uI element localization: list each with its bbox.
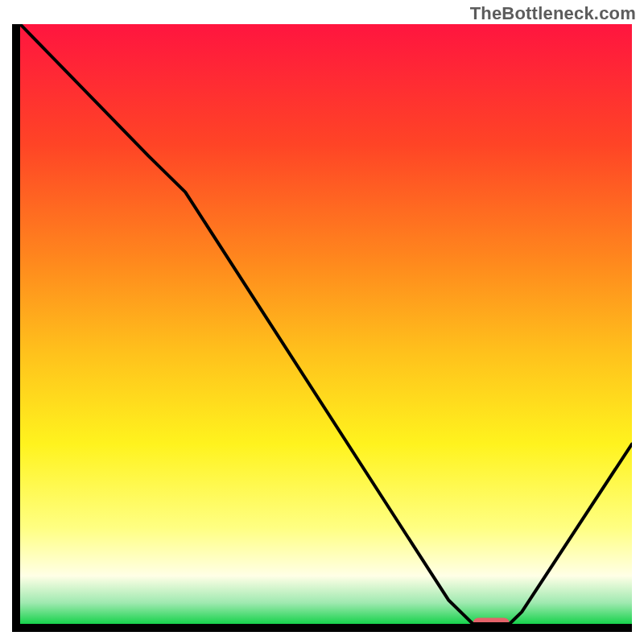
plot-background-gradient xyxy=(20,24,632,624)
chart-container: TheBottleneck.com xyxy=(0,0,644,644)
plot-area xyxy=(20,24,632,624)
watermark-text: TheBottleneck.com xyxy=(470,3,636,24)
plot-axes-frame xyxy=(12,24,632,632)
gradient-rect xyxy=(20,24,632,624)
